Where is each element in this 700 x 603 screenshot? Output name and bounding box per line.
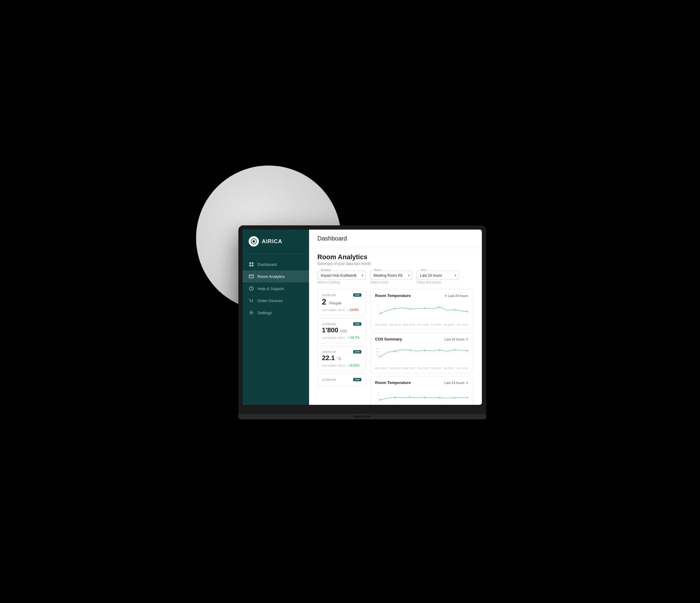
svg-point-54	[424, 397, 425, 398]
svg-point-40	[439, 350, 440, 351]
co2-arrow-icon	[347, 336, 348, 339]
dashboard-icon	[249, 261, 254, 267]
temp-value-row: 22.1 °C	[322, 355, 361, 362]
laptop-notch	[353, 416, 371, 418]
building-label: Building	[320, 269, 332, 272]
room-value: Meeting Room K6	[373, 273, 403, 278]
laptop-base	[239, 414, 486, 419]
co2-value-row: 1'800 CO2	[322, 327, 361, 334]
chart-x-labels-co2: Mon, 01.02 Tue, 02.02 Wed, 03.02 Thu, 04…	[375, 367, 468, 370]
sidebar-item-help-support[interactable]: Help & Support	[243, 282, 309, 295]
page-header: Dashboard	[309, 230, 482, 247]
help-icon	[249, 286, 254, 291]
sidebar-item-dashboard[interactable]: Dashboard	[243, 258, 309, 270]
chart-time-temp1[interactable]: ∨ Last 24 hours	[444, 294, 468, 298]
sidebar-item-order-devices[interactable]: Order Devices	[243, 295, 309, 307]
chart-time-temp2[interactable]: Last 24 hours ∨	[444, 381, 468, 384]
svg-point-23	[409, 308, 410, 310]
co2-update: Last Update: 08:34 +10.7%	[322, 336, 361, 339]
svg-point-21	[379, 313, 381, 314]
sidebar-label-help: Help & Support	[258, 286, 284, 291]
order-icon	[249, 298, 254, 303]
sidebar-label-settings: Settings	[258, 310, 272, 315]
svg-text:1000: 1000	[376, 354, 379, 356]
svg-point-10	[250, 302, 251, 302]
time-select[interactable]: Time Last 24 hours ▾	[417, 271, 459, 280]
humidity-badge: 24H	[353, 378, 361, 381]
svg-point-51	[379, 399, 381, 400]
metric-card-co2: AVERAGE 24H 1'800 CO2 Last Update: 08:34	[318, 319, 366, 343]
svg-rect-5	[252, 265, 253, 267]
x-label: Sun, 07.02	[456, 323, 468, 326]
chart-time-label-co2: Last 24 hours	[444, 337, 465, 341]
svg-text:22: 22	[378, 398, 379, 399]
building-select[interactable]: Building Impact Hub Kraftwertk ▾	[318, 271, 366, 280]
metrics-column: AVERAGE 24H 2 People Last Update: 08:34	[318, 290, 366, 405]
chart-time-co2[interactable]: Last 24 hours ∨	[444, 337, 468, 341]
co2-change: +10.7%	[347, 336, 359, 339]
svg-text:2: 2	[378, 310, 379, 312]
svg-point-27	[467, 311, 468, 312]
svg-point-42	[467, 350, 468, 351]
chart-time-label-temp2: Last 24 hours	[444, 381, 465, 384]
x-label: Tue, 02.02	[390, 367, 401, 370]
svg-rect-6	[249, 275, 253, 278]
logo-text: AIRICA	[262, 238, 282, 245]
svg-text:0: 0	[378, 313, 379, 315]
building-chevron-icon: ▾	[361, 274, 363, 277]
people-change: -14.0%	[347, 308, 358, 311]
chart-time-chevron-icon: ∨	[444, 294, 447, 298]
laptop-bezel: AIRICA Das	[239, 225, 486, 414]
svg-text:6: 6	[378, 304, 379, 306]
x-label: Thu, 04.02	[417, 367, 429, 370]
svg-point-9	[251, 290, 251, 290]
laptop-frame: AIRICA Das	[239, 225, 486, 419]
time-filter-group: Time Last 24 hours ▾ Select time period	[417, 271, 459, 284]
temp-change: +0.21%	[347, 364, 359, 367]
temp-unit: °C	[337, 357, 341, 361]
people-avg-label: AVERAGE	[322, 294, 336, 297]
svg-point-25	[439, 307, 440, 308]
logo-icon	[249, 236, 259, 247]
temp-badge: 24H	[353, 350, 361, 353]
sidebar-item-room-analytics[interactable]: Room Analytics	[243, 270, 309, 282]
room-select[interactable]: Room Meeting Room K6 ▾	[370, 271, 412, 280]
co2-unit: CO2	[340, 329, 347, 333]
svg-text:24: 24	[378, 392, 379, 393]
svg-point-39	[424, 350, 425, 351]
x-label: Tue, 02.02	[390, 323, 401, 326]
people-badge: 24H	[353, 293, 361, 297]
time-value: Last 24 hours	[420, 273, 450, 278]
sidebar-logo: AIRICA	[243, 230, 309, 253]
x-label: Mon, 01.02	[375, 367, 387, 370]
svg-rect-2	[249, 262, 251, 264]
page-subtitle: Summary of your data last month	[318, 261, 473, 266]
svg-rect-4	[249, 265, 251, 267]
metric-card-humidity: AVERAGE 24H	[318, 374, 366, 386]
svg-point-37	[394, 351, 396, 352]
x-label: Sat, 06.02	[443, 323, 454, 326]
svg-point-12	[250, 312, 252, 313]
x-label: Thu, 04.02	[417, 323, 429, 326]
header-title: Dashboard	[318, 235, 473, 242]
chart-title-temp1: Room Temperature	[375, 293, 411, 298]
page-title: Room Analytics	[318, 253, 473, 261]
x-label: Wed, 03.02	[403, 323, 415, 326]
temp-update: Last Update: 08:34 +0.21%	[322, 364, 361, 367]
svg-point-11	[252, 302, 253, 302]
settings-icon	[249, 310, 254, 316]
room-chevron-icon: ▾	[408, 274, 410, 277]
svg-rect-3	[252, 262, 253, 264]
sidebar-nav: Dashboard Room Analytics	[243, 253, 309, 405]
sidebar-item-settings[interactable]: Settings	[243, 307, 309, 319]
building-value: Impact Hub Kraftwertk	[321, 273, 357, 278]
content-area: Room Analytics Summary of your data last…	[309, 247, 482, 405]
co2-value: 1'800	[322, 327, 339, 333]
time-chevron-icon: ▾	[455, 274, 456, 277]
svg-point-36	[379, 356, 381, 357]
app-container: AIRICA Das	[243, 230, 482, 405]
svg-point-1	[253, 240, 255, 243]
sidebar: AIRICA Das	[243, 230, 309, 405]
svg-point-38	[409, 350, 410, 351]
svg-text:23: 23	[378, 395, 379, 396]
